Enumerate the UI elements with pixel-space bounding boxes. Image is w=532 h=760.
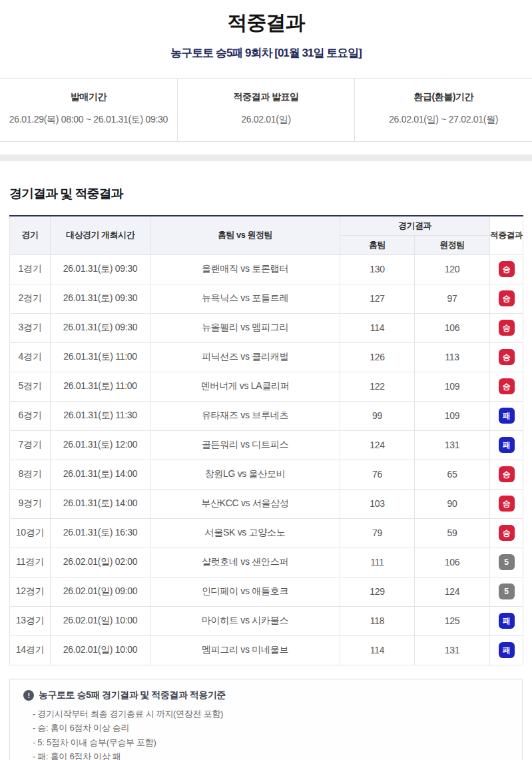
results-table: 경기 대상경기 개최시간 홈팀 vs 원정팀 경기결과 적중결과 홈팀 원정팀 … — [9, 215, 523, 665]
outcome-badge: 승 — [499, 378, 515, 394]
game-time-cell: 26.01.31(토) 12:00 — [51, 430, 150, 460]
col-header-time: 대상경기 개최시간 — [51, 216, 150, 254]
col-header-outcome: 적중결과 — [490, 216, 523, 254]
matchup-cell: 멤피그리 vs 미네울브 — [150, 635, 340, 665]
page-title: 적중결과 — [0, 9, 532, 37]
away-score-cell: 65 — [415, 460, 490, 489]
game-result-row: 10경기 26.01.31(토) 16:30 서울SK vs 고양소노 79 5… — [10, 518, 523, 548]
outcome-badge: 패 — [499, 408, 515, 424]
game-result-row: 6경기 26.01.31(토) 11:30 유타재즈 vs 브루네츠 99 10… — [10, 401, 523, 430]
away-score-cell: 97 — [415, 284, 490, 313]
game-number-cell: 11경기 — [10, 548, 51, 577]
game-time-cell: 26.01.31(토) 11:00 — [51, 372, 150, 401]
away-score-cell: 90 — [415, 489, 490, 518]
home-score-cell: 122 — [340, 372, 415, 401]
matchup-cell: 피닉선즈 vs 클리캐벌 — [150, 342, 340, 372]
game-number-cell: 13경기 — [10, 606, 51, 635]
section-divider — [0, 155, 532, 161]
outcome-cell: 패 — [490, 635, 523, 665]
outcome-cell: 승 — [490, 489, 523, 518]
game-number-cell: 2경기 — [10, 284, 51, 313]
game-result-row: 7경기 26.01.31(토) 12:00 골든워리 vs 디트피스 124 1… — [10, 430, 523, 460]
rules-note-title-text: 농구토토 승5패 경기결과 및 적중결과 적용기준 — [39, 689, 226, 701]
rule-item: - 5: 5점차 이내 승부(무승부 포함) — [33, 735, 509, 750]
home-score-cell: 114 — [340, 635, 415, 665]
away-score-cell: 106 — [415, 548, 490, 577]
col-header-teams: 홈팀 vs 원정팀 — [150, 216, 340, 254]
home-score-cell: 79 — [340, 518, 415, 548]
away-score-cell: 131 — [415, 635, 490, 665]
home-score-cell: 99 — [340, 401, 415, 430]
away-score-cell: 59 — [415, 518, 490, 548]
game-result-row: 9경기 26.01.31(토) 14:00 부산KCC vs 서울삼성 103 … — [10, 489, 523, 518]
game-number-cell: 9경기 — [10, 489, 51, 518]
outcome-badge: 승 — [499, 496, 515, 512]
outcome-badge: 승 — [499, 261, 515, 277]
game-result-row: 1경기 26.01.31(토) 09:30 올랜매직 vs 토론랩터 130 1… — [10, 254, 523, 284]
game-result-row: 2경기 26.01.31(토) 09:30 뉴욕닉스 vs 포틀트레 127 9… — [10, 284, 523, 313]
outcome-badge: 승 — [499, 349, 515, 365]
matchup-cell: 유타재즈 vs 브루네츠 — [150, 401, 340, 430]
game-time-cell: 26.01.31(토) 09:30 — [51, 284, 150, 313]
game-time-cell: 26.01.31(토) 09:30 — [51, 313, 150, 342]
game-result-row: 12경기 26.02.01(일) 09:00 인디페이 vs 애틀호크 129 … — [10, 577, 523, 606]
home-score-cell: 114 — [340, 313, 415, 342]
outcome-cell: 패 — [490, 606, 523, 635]
rule-item: - 패: 홈이 6점차 이상 패 — [33, 749, 509, 760]
outcome-cell: 5 — [490, 577, 523, 606]
home-score-cell: 118 — [340, 606, 415, 635]
matchup-cell: 뉴올펠리 vs 멤피그리 — [150, 313, 340, 342]
game-number-cell: 3경기 — [10, 313, 51, 342]
away-score-cell: 109 — [415, 401, 490, 430]
sale-period-value: 26.01.29(목) 08:00 ~ 26.01.31(토) 09:30 — [3, 114, 174, 126]
game-time-cell: 26.02.01(일) 10:00 — [51, 606, 150, 635]
outcome-badge: 패 — [499, 642, 515, 658]
away-score-cell: 113 — [415, 342, 490, 372]
results-section-title: 경기결과 및 적중결과 — [0, 185, 532, 202]
away-score-cell: 109 — [415, 372, 490, 401]
game-result-row: 4경기 26.01.31(토) 11:00 피닉선즈 vs 클리캐벌 126 1… — [10, 342, 523, 372]
outcome-cell: 승 — [490, 342, 523, 372]
outcome-cell: 5 — [490, 548, 523, 577]
matchup-cell: 샬럿호네 vs 샌안스퍼 — [150, 548, 340, 577]
outcome-badge: 패 — [499, 437, 515, 453]
period-info-bar: 발매기간 26.01.29(목) 08:00 ~ 26.01.31(토) 09:… — [0, 78, 532, 142]
game-number-cell: 10경기 — [10, 518, 51, 548]
game-time-cell: 26.02.01(일) 10:00 — [51, 635, 150, 665]
game-time-cell: 26.01.31(토) 11:00 — [51, 342, 150, 372]
game-time-cell: 26.01.31(토) 16:30 — [51, 518, 150, 548]
outcome-badge: 승 — [499, 290, 515, 306]
home-score-cell: 126 — [340, 342, 415, 372]
outcome-badge: 패 — [499, 613, 515, 629]
game-number-cell: 14경기 — [10, 635, 51, 665]
exclamation-circle-icon: ! — [23, 690, 34, 701]
results-table-wrap: 경기 대상경기 개최시간 홈팀 vs 원정팀 경기결과 적중결과 홈팀 원정팀 … — [0, 215, 532, 665]
game-number-cell: 12경기 — [10, 577, 51, 606]
col-header-away: 원정팀 — [415, 235, 490, 254]
rule-item: - 경기시작부터 최종 경기종료 시 까지(연장전 포함) — [33, 707, 509, 721]
game-number-cell: 6경기 — [10, 401, 51, 430]
away-score-cell: 120 — [415, 254, 490, 284]
announce-date: 적중결과 발표일 26.02.01(일) — [177, 79, 355, 141]
game-result-row: 14경기 26.02.01(일) 10:00 멤피그리 vs 미네울브 114 … — [10, 635, 523, 665]
game-result-row: 8경기 26.01.31(토) 14:00 창원LG vs 울산모비 76 65… — [10, 460, 523, 489]
outcome-cell: 승 — [490, 254, 523, 284]
refund-period-value: 26.02.01(일) ~ 27.02.01(월) — [358, 114, 529, 126]
results-tbody: 1경기 26.01.31(토) 09:30 올랜매직 vs 토론랩터 130 1… — [10, 254, 523, 665]
matchup-cell: 인디페이 vs 애틀호크 — [150, 577, 340, 606]
outcome-cell: 승 — [490, 284, 523, 313]
matchup-cell: 서울SK vs 고양소노 — [150, 518, 340, 548]
rule-item: - 승: 홈이 6점차 이상 승리 — [33, 721, 509, 735]
refund-period-label: 환급(환불)기간 — [358, 91, 529, 103]
home-score-cell: 111 — [340, 548, 415, 577]
sale-period-label: 발매기간 — [3, 91, 174, 103]
outcome-cell: 승 — [490, 313, 523, 342]
outcome-cell: 승 — [490, 372, 523, 401]
away-score-cell: 131 — [415, 430, 490, 460]
col-header-game: 경기 — [10, 216, 51, 254]
game-result-row: 3경기 26.01.31(토) 09:30 뉴올펠리 vs 멤피그리 114 1… — [10, 313, 523, 342]
round-subtitle: 농구토토 승5패 9회차 [01월 31일 토요일] — [0, 45, 532, 61]
rules-note-box: ! 농구토토 승5패 경기결과 및 적중결과 적용기준 - 경기시작부터 최종 … — [9, 679, 523, 760]
home-score-cell: 129 — [340, 577, 415, 606]
page-header: 적중결과 농구토토 승5패 9회차 [01월 31일 토요일] — [0, 0, 532, 61]
